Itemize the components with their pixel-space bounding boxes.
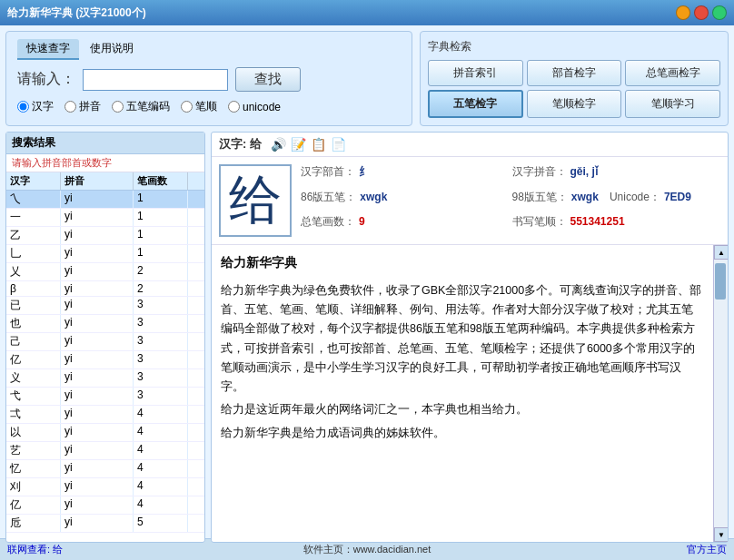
table-row[interactable]: 刈yi4 [6,478,204,496]
strokes-value: 9 [359,215,365,228]
radio-pinyin[interactable]: 拼音 [64,99,101,114]
btn-wubi[interactable]: 五笔检字 [428,90,523,118]
title-bar: 给力新华字典 (汉字21000个) [0,0,734,25]
table-row[interactable]: 乂yi2 [6,263,204,281]
btn-bishun-learn[interactable]: 笔顺学习 [625,90,720,118]
status-right[interactable]: 官方主页 [487,543,727,556]
table-row[interactable]: 己yi3 [6,333,204,351]
table-row[interactable]: 以yi4 [6,424,204,442]
content-title: 给力新华字典 [221,252,704,274]
table-row[interactable]: 义yi3 [6,369,204,388]
radio-wubi[interactable]: 五笔编码 [112,99,170,114]
cell-strokes: 1 [134,227,188,244]
scrollbar-vertical[interactable]: ▲ ▼ [713,245,728,542]
cell-char: 乂 [6,263,61,280]
cell-char: β [6,281,61,296]
cell-pinyin: yi [61,460,134,477]
doc-icon[interactable]: 📝 [291,136,307,152]
btn-close[interactable] [676,5,690,20]
unicode-value: 7ED9 [664,191,691,203]
table-row[interactable]: 忆yi4 [6,460,204,478]
cell-strokes: 3 [134,297,188,314]
col-hanzi: 汉字 [6,172,61,190]
cell-strokes: 4 [134,496,188,514]
cell-pinyin: yi [61,263,134,280]
cell-pinyin: yi [61,297,134,314]
cell-strokes: 1 [134,191,188,208]
radio-hanzi[interactable]: 汉字 [17,99,54,114]
cell-pinyin: yi [61,515,134,532]
cell-strokes: 4 [134,406,188,423]
scroll-thumb[interactable] [715,263,726,300]
page-icon[interactable]: 📄 [331,136,347,152]
copy-icon[interactable]: 📋 [311,136,327,152]
dict-search-title: 字典检索 [428,39,720,54]
wb86-label: 86版五笔： [301,190,356,205]
cell-strokes: 3 [134,315,188,332]
btn-bishun[interactable]: 笔顺检字 [527,90,622,118]
stroke-order-value: 551341251 [570,215,625,228]
cell-pinyin: yi [61,227,134,244]
input-label: 请输入： [17,70,75,89]
cell-strokes: 3 [134,388,188,405]
table-row[interactable]: 亿yi3 [6,351,204,369]
btn-max[interactable] [712,5,727,20]
cell-char: 乙 [6,227,61,244]
btn-bushou[interactable]: 部首检字 [527,60,622,86]
search-input[interactable] [83,69,228,91]
table-row[interactable]: 艺yi4 [6,442,204,460]
table-row[interactable]: 乚yi1 [6,245,204,263]
cell-char: 乀 [6,191,61,208]
scroll-down[interactable]: ▼ [714,527,728,542]
bushou-label: 汉字部首： [301,164,355,180]
btn-min[interactable] [694,5,709,20]
cell-char: 卮 [6,515,61,532]
cell-pinyin: yi [61,245,134,262]
radio-unicode[interactable]: unicode [228,101,281,113]
col-strokes: 笔画数 [134,172,188,190]
cell-char: 以 [6,424,61,441]
cell-strokes: 2 [134,281,188,296]
cell-char: 弌 [6,406,61,423]
cell-strokes: 5 [134,515,188,532]
wb86-value: xwgk [360,191,387,203]
status-left[interactable]: 联网查看: 给 [7,543,247,556]
table-row[interactable]: 乀yi1 [6,191,204,209]
tab-quick-search[interactable]: 快速查字 [17,39,79,60]
cell-pinyin: yi [61,496,134,514]
strokes-label: 总笔画数： [301,214,355,230]
table-row[interactable]: 弋yi3 [6,388,204,406]
char-display: 给 [219,164,292,237]
pinyin-label: 汉字拼音： [512,164,567,180]
cell-char: 义 [6,369,61,387]
cell-strokes: 3 [134,369,188,387]
hint-text: 请输入拼音部首或数字 [6,154,204,172]
wb98-value: xwgk [571,191,599,203]
char-header-title: 汉字: 给 [219,136,262,152]
content-text: 给力新华字典为绿色免费软件，收录了GBK全部汉字21000多个。可离线查询汉字的… [221,281,704,443]
table-row[interactable]: 亿yi4 [6,496,204,515]
btn-pinyin-index[interactable]: 拼音索引 [428,60,523,86]
sound-icon[interactable]: 🔊 [271,136,287,152]
table-row[interactable]: 乙yi1 [6,227,204,245]
btn-total-strokes[interactable]: 总笔画检字 [625,60,720,86]
cell-strokes: 4 [134,442,188,459]
table-row[interactable]: 卮yi5 [6,515,204,533]
tab-instructions[interactable]: 使用说明 [81,39,143,60]
cell-strokes: 3 [134,351,188,368]
table-row[interactable]: βyi2 [6,281,204,297]
radio-bishun[interactable]: 笔顺 [181,99,217,114]
cell-char: 刈 [6,478,61,496]
table-row[interactable]: 已yi3 [6,297,204,315]
table-row[interactable]: 一yi1 [6,209,204,227]
pinyin-value: gěi, jǐ [570,165,598,178]
cell-strokes: 1 [134,245,188,262]
scroll-up[interactable]: ▲ [714,245,728,260]
cell-char: 亿 [6,496,61,514]
search-button[interactable]: 查找 [235,67,301,92]
table-row[interactable]: 也yi3 [6,315,204,333]
cell-strokes: 4 [134,478,188,496]
cell-pinyin: yi [61,478,134,496]
table-row[interactable]: 弌yi4 [6,406,204,424]
left-panel-header: 搜索结果 [6,133,204,154]
